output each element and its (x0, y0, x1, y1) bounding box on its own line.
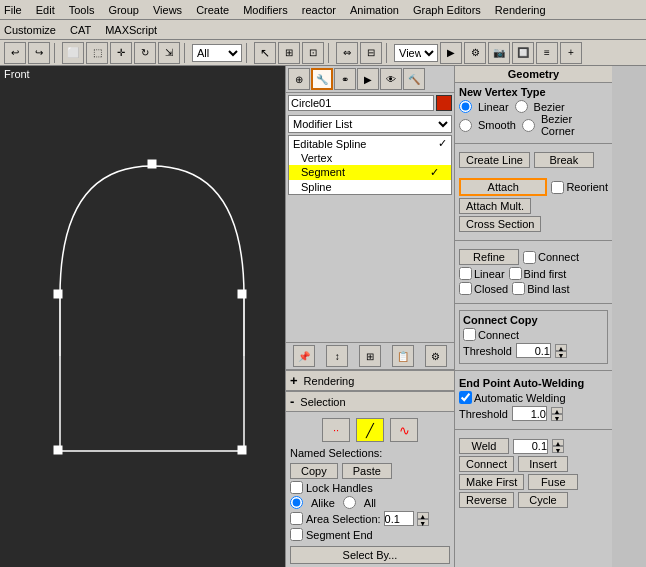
utilities-icon-btn[interactable]: 🔨 (403, 68, 425, 90)
vertex-mode-btn[interactable]: ·· (322, 418, 350, 442)
redo-btn[interactable]: ↪ (28, 42, 50, 64)
snap-btn[interactable]: 🔲 (512, 42, 534, 64)
bind-last-checkbox[interactable] (512, 282, 525, 295)
mirror-btn[interactable]: ⇔ (336, 42, 358, 64)
create-icon-btn[interactable]: ⊕ (288, 68, 310, 90)
break-btn[interactable]: Break (534, 152, 594, 168)
area-down-arrow[interactable]: ▼ (417, 519, 429, 526)
extra-btn[interactable]: + (560, 42, 582, 64)
select-btn[interactable]: ⬜ (62, 42, 84, 64)
rendering-section-header[interactable]: + Rendering (286, 370, 454, 391)
render-btn[interactable]: ▶ (440, 42, 462, 64)
thresh-down-arrow[interactable]: ▼ (555, 351, 567, 358)
menu-animation[interactable]: Animation (350, 4, 399, 16)
closed-checkbox[interactable] (459, 282, 472, 295)
select-region-btn[interactable]: ⬚ (86, 42, 108, 64)
menu-modifiers[interactable]: Modifiers (243, 4, 288, 16)
alike-radio[interactable] (290, 496, 303, 509)
make-first-btn[interactable]: Make First (459, 474, 524, 490)
tree-item-segment[interactable]: Segment ✓ (289, 165, 451, 180)
menu-customize[interactable]: Customize (4, 24, 56, 36)
layer-btn[interactable]: ≡ (536, 42, 558, 64)
object-name-input[interactable] (288, 95, 434, 111)
all-radio[interactable] (343, 496, 356, 509)
move-btn[interactable]: ✛ (110, 42, 132, 64)
menu-views[interactable]: Views (153, 4, 182, 16)
filter-dropdown[interactable]: All (192, 44, 242, 62)
hierarchy-icon-btn[interactable]: ⚭ (334, 68, 356, 90)
view-dropdown[interactable]: View (394, 44, 438, 62)
weld-down-arrow[interactable]: ▼ (552, 446, 564, 453)
thresh-up-arrow[interactable]: ▲ (555, 344, 567, 351)
tree-item-spline[interactable]: Spline (289, 180, 451, 194)
lock-handles-checkbox[interactable] (290, 481, 303, 494)
refine-btn[interactable]: Refine (459, 249, 519, 265)
reorient-checkbox[interactable] (551, 181, 564, 194)
rotate-btn[interactable]: ↻ (134, 42, 156, 64)
menu-reactor[interactable]: reactor (302, 4, 336, 16)
paint-select-btn[interactable]: ⊡ (302, 42, 324, 64)
selection-section-header[interactable]: - Selection (286, 391, 454, 412)
copy-s-btn[interactable]: ⊞ (359, 345, 381, 367)
select-by-button[interactable]: Select By... (290, 546, 450, 564)
undo-btn[interactable]: ↩ (4, 42, 26, 64)
region-select-btn[interactable]: ⊞ (278, 42, 300, 64)
fuse-btn[interactable]: Fuse (528, 474, 578, 490)
create-line-btn[interactable]: Create Line (459, 152, 530, 168)
linear-checkbox[interactable] (459, 267, 472, 280)
thresh2-down-arrow[interactable]: ▼ (551, 414, 563, 421)
modifier-dropdown[interactable]: Modifier List (288, 115, 452, 133)
bind-first-checkbox[interactable] (509, 267, 522, 280)
cross-section-btn[interactable]: Cross Section (459, 216, 541, 232)
menu-edit[interactable]: Edit (36, 4, 55, 16)
attach-btn[interactable]: Attach (459, 178, 547, 196)
threshold-input[interactable] (516, 343, 551, 358)
scale-btn[interactable]: ⇲ (158, 42, 180, 64)
attach-mult-btn[interactable]: Attach Mult. (459, 198, 531, 214)
connect-copy-checkbox[interactable] (463, 328, 476, 341)
tree-item-editable-spline[interactable]: Editable Spline ✓ (289, 136, 451, 151)
copy-button[interactable]: Copy (290, 463, 338, 479)
menu-file[interactable]: File (4, 4, 22, 16)
bezier-corner-radio[interactable] (522, 119, 535, 132)
object-color-swatch[interactable] (436, 95, 452, 111)
area-selection-checkbox[interactable] (290, 512, 303, 525)
camera-btn[interactable]: 📷 (488, 42, 510, 64)
menu-maxscript[interactable]: MAXScript (105, 24, 157, 36)
smooth-radio[interactable] (459, 119, 472, 132)
viewport[interactable]: Front (0, 66, 285, 567)
display-icon-btn[interactable]: 👁 (380, 68, 402, 90)
motion-icon-btn[interactable]: ▶ (357, 68, 379, 90)
weld-value-input[interactable] (513, 439, 548, 454)
pin-btn[interactable]: 📌 (293, 345, 315, 367)
align-btn[interactable]: ⊟ (360, 42, 382, 64)
segment-end-checkbox[interactable] (290, 528, 303, 541)
weld-btn[interactable]: Weld (459, 438, 509, 454)
linear-radio[interactable] (459, 100, 472, 113)
paste-button[interactable]: Paste (342, 463, 392, 479)
area-up-arrow[interactable]: ▲ (417, 512, 429, 519)
menu-tools[interactable]: Tools (69, 4, 95, 16)
config-btn[interactable]: ⚙ (425, 345, 447, 367)
render-settings-btn[interactable]: ⚙ (464, 42, 486, 64)
connect2-btn[interactable]: Connect (459, 456, 514, 472)
cursor-btn[interactable]: ↖ (254, 42, 276, 64)
threshold2-input[interactable] (512, 406, 547, 421)
paste-s-btn[interactable]: 📋 (392, 345, 414, 367)
reverse-btn[interactable]: Reverse (459, 492, 514, 508)
area-selection-input[interactable] (384, 511, 414, 526)
insert-btn[interactable]: Insert (518, 456, 568, 472)
connect-checkbox[interactable] (523, 251, 536, 264)
spline-mode-btn[interactable]: ∿ (390, 418, 418, 442)
menu-rendering[interactable]: Rendering (495, 4, 546, 16)
menu-graph-editors[interactable]: Graph Editors (413, 4, 481, 16)
modify-icon-btn[interactable]: 🔧 (311, 68, 333, 90)
weld-up-arrow[interactable]: ▲ (552, 439, 564, 446)
segment-mode-btn[interactable]: ╱ (356, 418, 384, 442)
bezier-radio[interactable] (515, 100, 528, 113)
track-btn[interactable]: ↕ (326, 345, 348, 367)
menu-group[interactable]: Group (108, 4, 139, 16)
menu-create[interactable]: Create (196, 4, 229, 16)
menu-cat[interactable]: CAT (70, 24, 91, 36)
cycle-btn[interactable]: Cycle (518, 492, 568, 508)
